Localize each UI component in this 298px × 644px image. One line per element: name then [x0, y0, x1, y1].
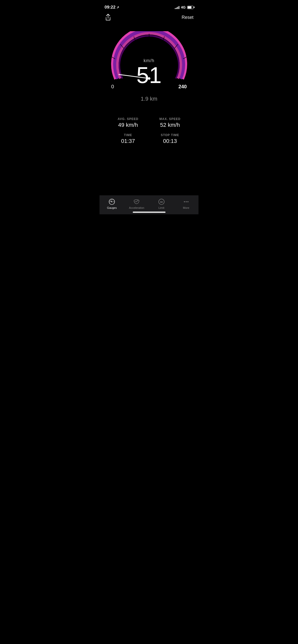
stats-container: AVG. SPEED 49 km/h MAX. SPEED 52 km/h TI…: [100, 117, 198, 144]
signal-bar-1: [175, 8, 176, 9]
time-value: 01:37: [121, 138, 135, 144]
distance-label: 1.9 km: [141, 96, 157, 102]
gauges-icon: [108, 198, 115, 205]
svg-line-0: [106, 71, 110, 72]
avg-speed-label: AVG. SPEED: [118, 117, 138, 121]
more-icon: [183, 198, 190, 205]
signal-bars: [175, 6, 179, 9]
tab-gauges-label: Gauges: [107, 206, 117, 209]
network-type: 4G: [181, 5, 186, 9]
min-speed-label: 0: [111, 84, 114, 90]
avg-speed-value: 49 km/h: [118, 122, 138, 128]
status-time: 09:22 ↗: [105, 5, 119, 10]
svg-line-8: [188, 71, 192, 72]
reset-button[interactable]: Reset: [182, 15, 193, 20]
tab-acceleration[interactable]: Acceleration: [124, 198, 149, 209]
stop-time-value: 00:13: [163, 138, 177, 144]
status-right: 4G: [175, 5, 193, 9]
battery-indicator: [187, 6, 193, 9]
max-speed-value: 52 km/h: [160, 122, 180, 128]
gauge-wrapper: km/h 51 0 240: [106, 31, 192, 92]
svg-point-25: [187, 201, 188, 202]
acceleration-icon: [133, 198, 140, 205]
share-button[interactable]: [105, 13, 112, 22]
time-stat: TIME 01:37: [107, 133, 149, 144]
share-icon: [105, 14, 111, 21]
svg-line-9: [106, 85, 110, 86]
max-speed-stat: MAX. SPEED 52 km/h: [149, 117, 191, 128]
speed-value: 51: [136, 64, 161, 87]
max-speed-label: MAX. SPEED: [159, 117, 181, 121]
signal-bar-2: [176, 8, 177, 9]
header: Reset: [100, 11, 198, 24]
tab-acceleration-label: Acceleration: [129, 206, 144, 209]
status-bar: 09:22 ↗ 4G: [100, 0, 198, 11]
speedometer-container: km/h 51 0 240 1.9 km: [100, 31, 198, 102]
svg-line-10: [188, 85, 192, 86]
home-indicator: [133, 212, 165, 213]
svg-point-24: [186, 201, 187, 202]
time-display: 09:22: [105, 5, 115, 10]
avg-speed-stat: AVG. SPEED 49 km/h: [107, 117, 149, 128]
battery-fill: [188, 6, 191, 9]
speed-display: km/h 51: [136, 58, 161, 87]
stop-time-label: STOP TIME: [161, 133, 179, 137]
tab-more[interactable]: More: [174, 198, 198, 209]
tab-limit-label: Limit: [158, 206, 164, 209]
stop-time-stat: STOP TIME 00:13: [149, 133, 191, 144]
time-label: TIME: [124, 133, 132, 137]
tab-gauges[interactable]: Gauges: [100, 198, 124, 209]
svg-text:60: 60: [160, 201, 163, 203]
svg-line-19: [137, 200, 138, 202]
tab-limit[interactable]: 60 Limit: [149, 198, 174, 209]
max-speed-label: 240: [178, 84, 187, 90]
tab-more-label: More: [183, 206, 189, 209]
limit-icon: 60: [158, 198, 165, 205]
signal-bar-3: [177, 7, 178, 9]
svg-line-15: [110, 201, 112, 202]
svg-point-23: [184, 201, 185, 202]
location-icon: ↗: [116, 6, 119, 9]
signal-bar-4: [179, 6, 179, 9]
